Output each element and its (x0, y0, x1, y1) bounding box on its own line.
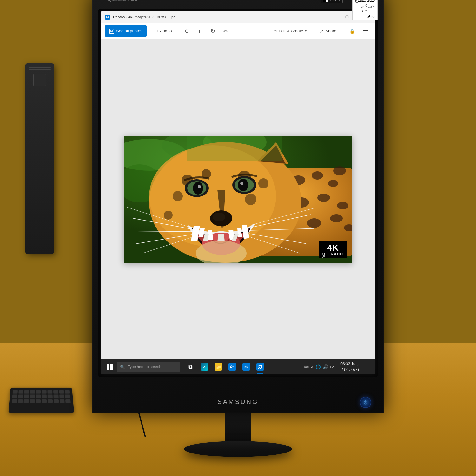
more-icon: ••• (363, 28, 368, 34)
toolbar-separator-1 (150, 27, 150, 36)
monitor-small-icon (323, 0, 328, 2)
clock-time: ب.ظ 06:32 (340, 361, 359, 367)
system-tray-icons: ⌨ ∧ 🌐 🔊 FA (301, 364, 337, 369)
windows-logo-icon (107, 364, 113, 370)
rotate-icon: ↻ (210, 28, 215, 35)
see-all-photos-button[interactable]: See all photos (105, 25, 147, 37)
edit-create-button[interactable]: ✂ Edit & Create ▾ (270, 25, 310, 37)
crop-button[interactable]: ✂ (220, 25, 231, 37)
start-button[interactable] (103, 360, 116, 373)
edge-icon: e (201, 363, 208, 371)
dropdown-arrow: ▾ (305, 29, 307, 33)
leopard-svg (124, 136, 352, 263)
svg-point-25 (307, 218, 321, 228)
clock-date: ۱۴۰۲/۰۷/۰۱ (340, 367, 359, 372)
photos-app[interactable]: 🖼 (253, 359, 267, 374)
svg-point-34 (258, 178, 268, 188)
scissors-icon: ✂ (274, 29, 277, 33)
add-to-button[interactable]: + Add to (153, 25, 175, 37)
svg-rect-59 (187, 136, 282, 161)
taskbar-system-tray: ⌨ ∧ 🌐 🔊 FA ب.ظ 06:32 ۱۴۰۲/۰۷/۰۱ (301, 359, 373, 374)
svg-point-16 (328, 180, 338, 187)
monitor-stand-base (184, 441, 292, 457)
taskbar-apps: ⧉ e 📁 🛍 ✉ (183, 359, 267, 374)
minimize-button[interactable]: — (322, 11, 337, 23)
delete-button[interactable]: 🗑 (194, 25, 205, 37)
monitor-stand-neck (225, 413, 251, 441)
toolbar-separator-2 (178, 27, 178, 36)
taskbar: 🔍 Type here to search ⧉ e 📁 (101, 359, 375, 374)
volume-icon[interactable]: 🔊 (323, 364, 328, 369)
screen: Photos - 4k-Images-20-1130x580.jpg — ❐ ✕ (101, 11, 375, 374)
svg-point-21 (317, 194, 330, 202)
svg-point-35 (164, 211, 173, 220)
image-area: 4K ULTRAHD ↗ (101, 39, 375, 359)
mail-icon: ✉ (242, 363, 250, 371)
edge-app[interactable]: e (197, 359, 211, 374)
tray-arrow[interactable]: ∧ (311, 365, 314, 369)
task-view-button[interactable]: ⧉ (183, 359, 197, 374)
power-icon (363, 400, 368, 405)
lock-icon: 🔒 (349, 29, 355, 34)
screen-bezel: Photos - 4k-Images-20-1130x580.jpg — ❐ ✕ (98, 9, 378, 377)
photos-icon: 🖼 (256, 363, 264, 371)
samsung-logo: SAMSUNG (217, 398, 258, 406)
svg-point-36 (245, 194, 256, 205)
rotate-button[interactable]: ↻ (207, 25, 218, 37)
delete-icon: 🗑 (197, 28, 202, 34)
more-button[interactable]: ••• (360, 25, 371, 37)
expand-icon: ↗ (321, 254, 325, 259)
show-desktop-button[interactable] (363, 359, 373, 374)
mail-app[interactable]: ✉ (239, 359, 253, 374)
svg-point-32 (173, 191, 183, 201)
svg-point-2 (107, 16, 109, 17)
toolbar-separator-3 (313, 27, 313, 36)
file-explorer-app[interactable]: 📁 (211, 359, 225, 374)
zoom-button[interactable]: ⊕ (182, 25, 192, 37)
file-explorer-icon: 📁 (215, 363, 222, 371)
keyboard-layout-icon: ⌨ (304, 365, 309, 369)
monitor-bezel: SyncMaster 1732N Plus 2000:1 قیمت مقطوع … (92, 0, 384, 413)
app-icon (105, 14, 110, 20)
svg-point-43 (238, 179, 248, 191)
toolbar: See all photos + Add to ⊕ 🗑 (101, 23, 375, 39)
main-image: 4K ULTRAHD ↗ (124, 136, 352, 263)
svg-point-40 (198, 185, 201, 188)
photos-icon (109, 29, 114, 34)
title-bar: Photos - 4k-Images-20-1130x580.jpg — ❐ ✕ (101, 11, 375, 23)
store-icon: 🛍 (228, 363, 236, 371)
zoom-icon: ⊕ (185, 28, 189, 34)
computer-tower (25, 63, 54, 254)
svg-point-17 (333, 166, 346, 175)
share-button[interactable]: ↗ Share (316, 25, 340, 37)
system-clock[interactable]: ب.ظ 06:32 ۱۴۰۲/۰۷/۰۱ (338, 361, 362, 372)
contrast-badge: 2000:1 (321, 0, 343, 3)
toolbar-separator-4 (343, 27, 343, 36)
svg-point-44 (240, 182, 243, 185)
network-icon: 🌐 (315, 364, 321, 369)
monitor: SyncMaster 1732N Plus 2000:1 قیمت مقطوع … (92, 19, 384, 457)
svg-point-46 (213, 213, 225, 221)
svg-point-15 (312, 171, 323, 180)
keyboard (8, 388, 74, 413)
price-tag: قیمت مقطوع بدون کابل ۱۰۹۰۰۰۰ تومان (352, 0, 378, 20)
window-title: Photos - 4k-Images-20-1130x580.jpg (113, 15, 322, 19)
search-icon: 🔍 (120, 365, 125, 369)
svg-point-22 (337, 202, 348, 209)
monitor-model-label: SyncMaster 1732N Plus (108, 0, 145, 2)
svg-point-26 (330, 214, 343, 222)
lock-button[interactable]: 🔒 (346, 25, 358, 37)
store-app[interactable]: 🛍 (225, 359, 239, 374)
power-button[interactable] (360, 397, 371, 408)
search-bar[interactable]: 🔍 Type here to search (117, 362, 180, 372)
share-icon: ↗ (320, 29, 323, 34)
search-placeholder: Type here to search (128, 365, 161, 369)
task-view-icon: ⧉ (187, 363, 194, 371)
lang-indicator[interactable]: FA (330, 365, 334, 369)
crop-icon: ✂ (223, 28, 228, 34)
svg-point-39 (193, 182, 203, 195)
svg-point-5 (111, 30, 112, 31)
